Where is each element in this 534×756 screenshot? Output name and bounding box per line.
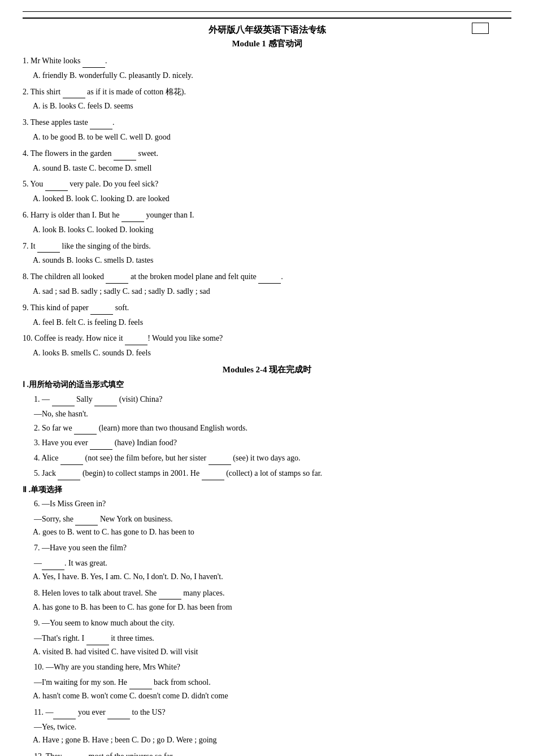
- q9-options: A. feel B. felt C. is feeling D. feels: [33, 316, 511, 329]
- blank: [94, 392, 117, 406]
- r1-q3: 3. Have you ever (have) Indian food?: [34, 436, 511, 450]
- r1-q3-num: 3.: [34, 438, 42, 447]
- page-title: 外研版八年级英语下语法专练: [23, 24, 511, 36]
- r1-q2-text: So far we (learn) more than two thousand…: [42, 424, 248, 432]
- blank: [107, 705, 130, 719]
- q1-text: Mr White looks .: [31, 57, 107, 65]
- blank: [121, 208, 144, 222]
- r2-q7-options: A. Yes, I have. B. Yes, I am. C. No, I d…: [33, 570, 511, 584]
- q3-num: 3.: [23, 118, 31, 127]
- r2-q9-options: A. visited B. had visited C. have visite…: [33, 645, 511, 659]
- q1-num: 1.: [23, 57, 31, 65]
- r2-q11: 11. — you ever to the US?: [34, 705, 511, 719]
- q2-text: This shirt as if it is made of cotton 棉花…: [31, 88, 186, 96]
- r1-q5-num: 5.: [34, 469, 42, 477]
- blank: [37, 239, 60, 253]
- blank: [125, 331, 147, 345]
- r2-q7: 7. —Have you seen the film?: [34, 541, 511, 555]
- q9-text: This kind of paper soft.: [31, 303, 129, 312]
- r2-q7-text: —Have you seen the film?: [42, 544, 127, 552]
- r2-q12-text: They most of the universe so far.: [46, 752, 174, 756]
- q2: 2. This shirt as if it is made of cotton…: [23, 85, 511, 99]
- q2-num: 2.: [23, 88, 31, 96]
- q3-options: A. to be good B. to be well C. well D. g…: [33, 131, 511, 144]
- r1-q1-num: 1.: [34, 395, 42, 403]
- r1-q4-num: 4.: [34, 454, 41, 462]
- q5: 5. You very pale. Do you feel sick?: [23, 177, 511, 191]
- q8: 8. The children all looked at the broken…: [23, 270, 511, 284]
- roman1-title: Ⅰ .用所给动词的适当形式填空: [23, 380, 511, 390]
- blank: [63, 85, 85, 99]
- r1-q4-text: Alice (not see) the film before, but her…: [41, 454, 300, 462]
- q4: 4. The flowers in the garden sweet.: [23, 146, 511, 160]
- r2-q6-dialog1: —Sorry, she New York on business.: [34, 512, 511, 526]
- q3-text: These apples taste .: [31, 118, 115, 127]
- r2-q10-dialog1: —I'm waiting for my son. He back from sc…: [34, 675, 511, 689]
- blank: [90, 301, 113, 315]
- r1-q5-text: Jack (begin) to collect stamps in 2001. …: [42, 469, 322, 477]
- q5-num: 5.: [23, 180, 30, 188]
- r2-q10: 10. —Why are you standing here, Mrs Whit…: [34, 661, 511, 674]
- r2-q6-text: —Is Miss Green in?: [42, 499, 106, 508]
- q7: 7. It like the singing of the birds.: [23, 239, 511, 253]
- r2-q8: 8. Helen loves to talk about travel. She…: [34, 586, 511, 600]
- r2-q12: 12. They most of the universe so far.: [34, 749, 511, 756]
- r2-q9-num: 9.: [34, 619, 42, 627]
- page-subtitle: Module 1 感官动词: [23, 38, 511, 49]
- blank: [75, 512, 98, 526]
- r1-q2: 2. So far we (learn) more than two thous…: [34, 421, 511, 435]
- q7-num: 7.: [23, 242, 31, 250]
- r2-q7-num: 7.: [34, 544, 42, 552]
- blank: [64, 749, 86, 756]
- r2-q10-options: A. hasn't come B. won't come C. doesn't …: [33, 689, 511, 703]
- r2-q11-num: 11.: [34, 708, 45, 716]
- q6-text: Harry is older than I. But he younger th…: [31, 211, 194, 219]
- q5-options: A. looked B. look C. looking D. are look…: [33, 192, 511, 206]
- r2-q8-options: A. has gone to B. has been to C. has gon…: [33, 601, 511, 614]
- q10-num: 10.: [23, 334, 34, 342]
- r2-q6: 6. —Is Miss Green in?: [34, 497, 511, 511]
- q8-text: The children all looked at the broken mo…: [31, 272, 283, 281]
- top-right-box: [472, 23, 489, 34]
- r2-q8-text: Helen loves to talk about travel. She ma…: [42, 589, 224, 597]
- blank: [258, 270, 281, 284]
- q6-options: A. look B. looks C. looked D. looking: [33, 223, 511, 237]
- q4-options: A. sound B. taste C. become D. smell: [33, 162, 511, 175]
- q2-options: A. is B. looks C. feels D. seems: [33, 99, 511, 113]
- top-divider: [23, 11, 511, 12]
- q1: 1. Mr White looks .: [23, 54, 511, 68]
- blank: [114, 146, 136, 160]
- module1-section: 1. Mr White looks . A. friendly B. wonde…: [23, 54, 511, 360]
- blank: [106, 270, 128, 284]
- r2-q11-options: A. Have ; gone B. Have ; been C. Do ; go…: [33, 733, 511, 747]
- r1-q1-text: — Sally (visit) China?: [42, 395, 162, 403]
- r2-q6-num: 6.: [34, 499, 42, 508]
- blank: [209, 451, 231, 465]
- blank: [42, 556, 64, 570]
- q9-num: 9.: [23, 303, 31, 312]
- r1-q1: 1. — Sally (visit) China?: [34, 392, 511, 406]
- r2-q8-num: 8.: [34, 589, 42, 597]
- roman2-title: Ⅱ .单项选择: [23, 485, 511, 495]
- q8-num: 8.: [23, 272, 31, 281]
- blank: [129, 675, 152, 689]
- q10-options: A. looks B. smells C. sounds D. feels: [33, 346, 511, 360]
- blank: [58, 466, 80, 480]
- q3: 3. These apples taste .: [23, 115, 511, 129]
- r2-q9: 9. —You seem to know much about the city…: [34, 616, 511, 630]
- q5-text: You very pale. Do you feel sick?: [30, 180, 158, 188]
- blank: [60, 451, 83, 465]
- blank: [86, 631, 109, 645]
- section2-title: Modules 2-4 现在完成时: [23, 364, 511, 375]
- blank: [53, 705, 76, 719]
- q10-text: Coffee is ready. How nice it ! Would you…: [34, 334, 223, 342]
- blank: [45, 177, 68, 191]
- blank: [90, 115, 112, 129]
- q6: 6. Harry is older than I. But he younger…: [23, 208, 511, 222]
- r1-q1-dialog: —No, she hasn't.: [34, 407, 511, 421]
- r2-q10-text: —Why are you standing here, Mrs White?: [46, 663, 180, 671]
- q7-options: A. sounds B. looks C. smells D. tastes: [33, 254, 511, 267]
- q8-options: A. sad ; sad B. sadly ; sadly C. sad ; s…: [33, 285, 511, 298]
- roman1-section: Ⅰ .用所给动词的适当形式填空 1. — Sally (visit) China…: [23, 380, 511, 480]
- q6-num: 6.: [23, 211, 31, 219]
